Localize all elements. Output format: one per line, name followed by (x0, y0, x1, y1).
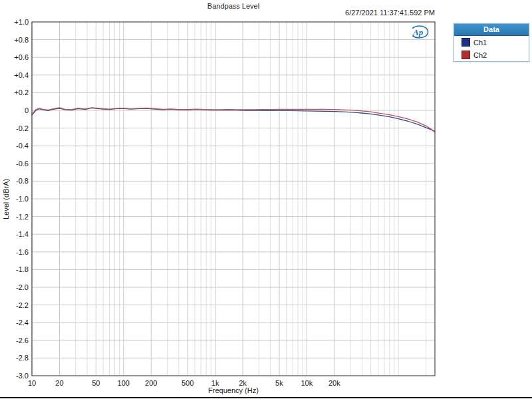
legend-panel: Data Ch1 Ch2 (454, 23, 529, 62)
x-axis-label: Frequency (Hz) (32, 386, 435, 394)
svg-text:+0.6: +0.6 (14, 53, 29, 61)
svg-text:-3.0: -3.0 (16, 372, 29, 380)
bottom-divider (0, 397, 532, 398)
svg-text:+1.0: +1.0 (14, 18, 29, 26)
svg-text:-2.0: -2.0 (16, 283, 29, 291)
legend-row-ch1[interactable]: Ch1 (454, 36, 529, 49)
svg-text:+0.2: +0.2 (14, 88, 29, 96)
svg-text:-2.8: -2.8 (16, 354, 29, 362)
svg-text:+0.4: +0.4 (14, 71, 29, 79)
svg-text:-0.4: -0.4 (16, 142, 29, 150)
svg-text:-2.6: -2.6 (16, 336, 29, 344)
legend-label-ch1: Ch1 (473, 39, 487, 47)
svg-text:-0.6: -0.6 (16, 160, 29, 168)
svg-text:-0.2: -0.2 (16, 124, 29, 132)
plot-canvas[interactable]: +1.0+0.8+0.6+0.4+0.20-0.2-0.4-0.6-0.8-1.… (0, 0, 532, 399)
svg-text:-1.0: -1.0 (16, 195, 29, 203)
svg-text:-2.2: -2.2 (16, 301, 29, 309)
bandpass-level-chart-window: Bandpass Level 6/27/2021 11:37:41.592 PM… (0, 0, 532, 399)
svg-text:-1.4: -1.4 (16, 230, 29, 238)
legend-label-ch2: Ch2 (473, 51, 487, 59)
legend-header: Data (454, 24, 529, 36)
svg-text:-2.4: -2.4 (16, 319, 29, 327)
ch1-color-swatch (462, 38, 470, 47)
ch2-color-swatch (462, 51, 470, 59)
svg-text:-1.2: -1.2 (16, 213, 29, 221)
svg-text:-1.6: -1.6 (16, 248, 29, 256)
svg-text:+0.8: +0.8 (14, 36, 29, 44)
legend-row-ch2[interactable]: Ch2 (454, 49, 529, 61)
svg-text:-1.8: -1.8 (16, 265, 29, 273)
y-axis-label: Level (dBrA) (1, 22, 11, 376)
ap-logo-icon: Ap (407, 24, 432, 41)
svg-text:0: 0 (25, 106, 29, 114)
svg-text:-0.8: -0.8 (16, 177, 29, 185)
svg-text:Ap: Ap (412, 27, 424, 37)
